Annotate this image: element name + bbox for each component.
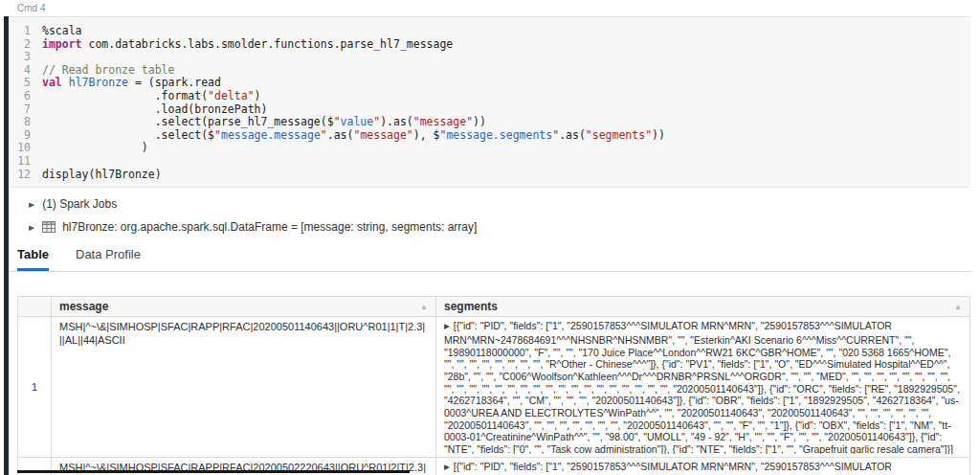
line-number: 5 xyxy=(10,77,42,90)
line-number: 2 xyxy=(10,38,42,52)
line-number: 6 xyxy=(10,90,42,103)
line-number: 4 xyxy=(10,64,42,78)
code-text: .load(bronzePath) xyxy=(42,103,970,117)
code-line[interactable]: 6 .format("delta") xyxy=(10,90,970,103)
code-line[interactable]: 7 .load(bronzePath) xyxy=(10,103,970,117)
line-number: 1 xyxy=(10,25,42,38)
line-number: 10 xyxy=(10,142,42,155)
code-line[interactable]: 2import com.databricks.labs.smolder.func… xyxy=(10,38,970,52)
line-number: 3 xyxy=(10,51,42,64)
line-number: 7 xyxy=(10,103,42,117)
spark-jobs-toggle[interactable]: ▶ (1) Spark Jobs xyxy=(29,197,970,211)
code-text: ) xyxy=(42,142,970,155)
notebook-cell: 1%scala2import com.databricks.labs.smold… xyxy=(10,16,970,475)
code-line[interactable]: 5val hl7Bronze = (spark.read xyxy=(10,77,970,90)
code-text: %scala xyxy=(42,25,970,38)
segments-text: ▶[{"id": "PID", "fields": ["1", "2590157… xyxy=(444,320,962,454)
row-index-column-header xyxy=(18,297,52,317)
code-text: // Read bronze table xyxy=(42,64,970,78)
line-number: 12 xyxy=(10,169,42,182)
code-line[interactable]: 10 ) xyxy=(10,142,970,155)
column-header-segments[interactable]: segments▲ xyxy=(436,297,970,317)
code-line[interactable]: 9 .select($"message.message".as("message… xyxy=(10,129,970,143)
tab-table[interactable]: Table xyxy=(17,243,49,271)
column-header-label: segments xyxy=(444,300,498,313)
cell-results: ▶ (1) Spark Jobs ▶ hl7Bronze: org.apache… xyxy=(10,188,970,234)
code-line[interactable]: 8 .select(parse_hl7_message($"value").as… xyxy=(10,116,970,129)
line-number: 8 xyxy=(10,116,42,129)
code-text xyxy=(42,51,970,64)
code-line[interactable]: 12display(hl7Bronze) xyxy=(10,169,970,182)
code-line[interactable]: 1%scala xyxy=(10,25,970,38)
message-cell[interactable]: MSH|^~\&|SIMHOSP|SFAC|RAPP|RFAC|20200501… xyxy=(52,317,436,458)
expand-json-icon[interactable]: ▶ xyxy=(444,321,450,333)
code-text xyxy=(42,155,970,169)
code-line[interactable]: 3 xyxy=(10,51,970,64)
disclosure-triangle-icon: ▶ xyxy=(29,223,34,231)
table-row: 1MSH|^~\&|SIMHOSP|SFAC|RAPP|RFAC|2020050… xyxy=(18,317,970,458)
cell-selection-bar xyxy=(4,16,9,475)
code-text: .format("delta") xyxy=(42,90,970,103)
dataframe-summary: hl7Bronze: org.apache.spark.sql.DataFram… xyxy=(62,220,477,234)
disclosure-triangle-icon: ▶ xyxy=(29,200,34,208)
segments-text: ▶[{"id": "PID", "fields": ["1", "2590157… xyxy=(444,461,962,475)
results-table-body: 1MSH|^~\&|SIMHOSP|SFAC|RAPP|RFAC|2020050… xyxy=(18,317,970,475)
tab-data-profile[interactable]: Data Profile xyxy=(76,243,141,271)
code-text: display(hl7Bronze) xyxy=(42,169,970,182)
row-index: 1 xyxy=(18,317,52,458)
notebook-page: Cmd 4 1%scala2import com.databricks.labs… xyxy=(0,0,980,475)
horizontal-scrollbar-thumb[interactable] xyxy=(17,470,410,473)
expand-json-icon[interactable]: ▶ xyxy=(444,462,450,474)
code-editor[interactable]: 1%scala2import com.databricks.labs.smold… xyxy=(10,17,970,188)
code-line[interactable]: 11 xyxy=(10,155,970,169)
code-line[interactable]: 4// Read bronze table xyxy=(10,64,970,78)
results-table-container: message▲segments▲ 1MSH|^~\&|SIMHOSP|SFAC… xyxy=(17,296,970,475)
line-number: 11 xyxy=(10,155,42,169)
segments-cell[interactable]: ▶[{"id": "PID", "fields": ["1", "2590157… xyxy=(436,317,970,458)
code-text: .select($"message.message".as("message")… xyxy=(42,129,970,143)
results-table-head-row: message▲segments▲ xyxy=(18,297,970,317)
code-text: import com.databricks.labs.smolder.funct… xyxy=(42,38,970,52)
dataframe-toggle[interactable]: ▶ hl7Bronze: org.apache.spark.sql.DataFr… xyxy=(29,220,970,234)
column-header-label: message xyxy=(59,300,108,313)
sort-icon[interactable]: ▲ xyxy=(420,303,428,311)
code-text: val hl7Bronze = (spark.read xyxy=(42,77,970,90)
spark-jobs-label: (1) Spark Jobs xyxy=(42,197,117,211)
table-grid-icon xyxy=(42,221,56,233)
segments-cell[interactable]: ▶[{"id": "PID", "fields": ["1", "2590157… xyxy=(436,458,970,475)
result-tabs: Table Data Profile xyxy=(10,243,970,272)
line-number: 9 xyxy=(10,129,42,143)
sort-icon[interactable]: ▲ xyxy=(954,303,962,311)
message-text: MSH|^~\&|SIMHOSP|SFAC|RAPP|RFAC|20200501… xyxy=(59,320,428,347)
column-header-message[interactable]: message▲ xyxy=(52,297,436,317)
results-table: message▲segments▲ 1MSH|^~\&|SIMHOSP|SFAC… xyxy=(17,296,970,475)
cmd-label: Cmd 4 xyxy=(17,3,45,13)
code-text: .select(parse_hl7_message($"value").as("… xyxy=(42,116,970,129)
